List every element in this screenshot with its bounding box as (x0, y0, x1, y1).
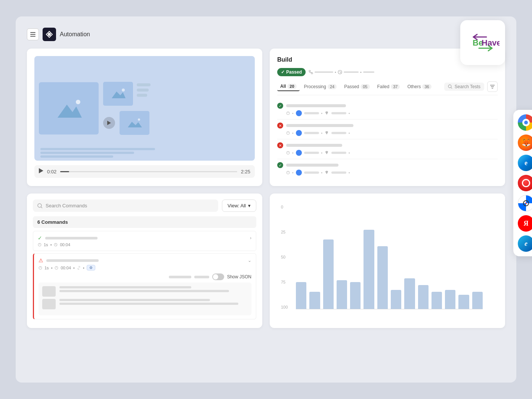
cmd-warning-icon: ⚠ (38, 257, 43, 263)
content-grid: 0:02 2:25 Build (27, 49, 505, 328)
status-pass-icon-2: ✓ (277, 162, 283, 168)
filter-button[interactable] (487, 81, 498, 92)
test-row[interactable]: ✕ • • • (277, 139, 498, 159)
chart-y-labels: 100 75 50 25 0 (281, 205, 288, 309)
status-fail-icon-2: ✕ (277, 142, 283, 148)
safari-north (525, 202, 527, 204)
cmd-error-name-bar (46, 259, 99, 262)
command-row-error[interactable]: ⚠ ⌄ 1s • 00:04 • • ⚙ (33, 253, 256, 319)
cmd-meta: 1s • 00:04 (38, 242, 251, 247)
chart-bar-9 (418, 285, 429, 309)
video-progress-bar[interactable] (60, 171, 237, 172)
chart-bar-10 (432, 292, 442, 309)
yandex-icon: Я (524, 220, 529, 228)
cmd-time-1: 1s (44, 242, 48, 247)
tab-all-label: All (280, 84, 286, 89)
tab-others[interactable]: Others 36 (404, 83, 434, 91)
cmd-dot-4: • (83, 266, 84, 270)
test-row-meta: • • • (277, 170, 498, 176)
svg-point-9 (76, 100, 80, 104)
y-label-100: 100 (281, 305, 288, 309)
apple-icon-4 (325, 170, 329, 175)
tab-all[interactable]: All 20 (277, 82, 300, 91)
svg-point-16 (138, 118, 140, 121)
chart-bar-2 (323, 239, 334, 309)
meta-pill-7 (304, 171, 319, 174)
text-line-3 (137, 94, 147, 97)
tab-processing[interactable]: Processing 24 (301, 83, 340, 91)
clock-meta-icon (286, 111, 290, 115)
chart-bar-7 (391, 290, 401, 309)
svg-text:Have: Have (482, 38, 499, 47)
thumbnail-small-2 (120, 111, 149, 135)
command-search-input[interactable]: Search Commands (33, 200, 218, 212)
status-fail-icon: ✕ (277, 123, 283, 129)
detail-bar-1 (169, 276, 191, 278)
test-row[interactable]: ✕ • • • (277, 120, 498, 139)
show-json-toggle[interactable] (212, 273, 224, 280)
preview-thumb-1 (42, 286, 56, 297)
safari-compass (523, 200, 529, 206)
svg-rect-3 (30, 34, 35, 35)
svg-point-23 (309, 70, 310, 72)
search-commands-icon (37, 203, 43, 208)
y-label-0: 0 (281, 205, 288, 209)
cmd-row-top: ✓ › (38, 235, 251, 241)
meta-pill (304, 112, 319, 114)
play-icon-controls (39, 168, 43, 173)
test-row-meta: • • • (277, 130, 498, 136)
cmd-time-2: 1s (44, 266, 49, 270)
test-row[interactable]: ✓ • • • (277, 100, 498, 120)
tab-failed[interactable]: Failed 37 (374, 83, 403, 91)
command-row-pass[interactable]: ✓ › 1s • 00:04 (33, 231, 256, 251)
meta-pill-3 (304, 132, 319, 134)
mountain-icon-large (54, 95, 84, 121)
browser-edge-button[interactable]: e (518, 155, 532, 171)
chart-bar-8 (404, 278, 415, 309)
browser-firefox-button[interactable]: 🦊 (518, 134, 532, 151)
test-row[interactable]: ✓ • • • (277, 159, 498, 179)
edge-icon: e (525, 159, 528, 167)
behave-logo: Be Have (460, 20, 505, 65)
tab-processing-label: Processing (304, 84, 326, 89)
browser-panel: 🦊 e Я e (513, 110, 532, 256)
play-pause-button[interactable] (39, 168, 43, 175)
video-area (34, 56, 255, 161)
clock-cmd-icon (38, 243, 41, 247)
svg-rect-2 (30, 32, 35, 33)
passed-badge: ✓ Passed (277, 68, 306, 76)
search-tests-box[interactable]: Search Tests (444, 83, 484, 91)
preview-lines-2 (59, 299, 248, 309)
test-row-meta: • • • (277, 150, 498, 156)
video-right-section (103, 82, 154, 135)
cmd-expand-icon[interactable]: › (250, 235, 251, 241)
browser-chrome-button[interactable] (518, 114, 532, 131)
preview-line-4 (59, 303, 238, 305)
browser-safari-button[interactable] (518, 195, 532, 211)
test-list: ✓ • • • (277, 100, 498, 179)
svg-marker-13 (107, 121, 111, 125)
chrome-dot (524, 121, 528, 124)
meta-bar-3 (363, 71, 374, 73)
browser-ie-button[interactable]: e (518, 235, 532, 252)
play-button-overlay[interactable] (103, 117, 115, 129)
behave-logo-svg: Be Have (466, 31, 499, 54)
clock-icon (338, 70, 342, 74)
cmd-collapse-icon[interactable]: ⌄ (248, 258, 251, 263)
preview-line-2 (59, 290, 229, 292)
app-logo-icon (43, 28, 56, 41)
status-pass-icon: ✓ (277, 103, 283, 109)
timer-cmd-icon (54, 243, 58, 247)
view-all-button[interactable]: View: All ▾ (222, 200, 256, 212)
apple-icon-3 (325, 151, 329, 155)
chart-bar-5 (364, 230, 374, 309)
menu-button[interactable] (27, 28, 39, 40)
test-row-meta: • • • (277, 110, 498, 116)
cmd-error-left: ⚠ (38, 257, 99, 263)
mountain-icon-small-2 (126, 116, 143, 130)
browser-yandex-button[interactable]: Я (518, 215, 532, 232)
tab-passed[interactable]: Passed 05 (341, 83, 372, 91)
svg-rect-14 (126, 116, 143, 130)
browser-opera-button[interactable] (518, 175, 532, 191)
ie-icon: e (525, 240, 528, 248)
